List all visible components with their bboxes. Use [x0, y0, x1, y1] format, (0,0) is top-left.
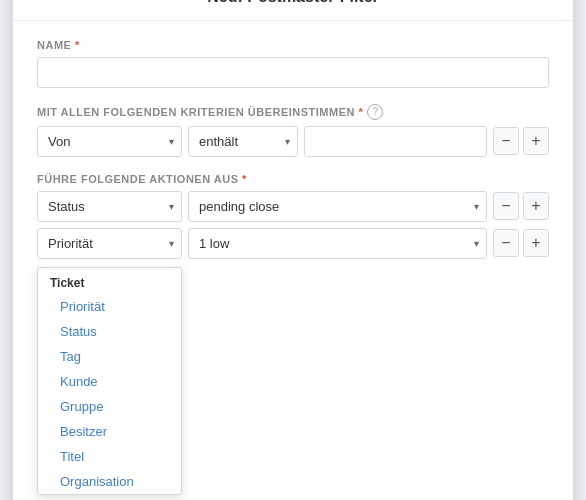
modal-title: Neu: Postmaster-Filter: [207, 0, 379, 5]
1low-select[interactable]: 1 low: [188, 228, 487, 259]
name-label: NAME *: [37, 39, 549, 51]
modal-body: NAME * MIT ALLEN FOLGENDEN KRITERIEN ÜBE…: [13, 21, 573, 495]
action-row-0-add-button[interactable]: +: [523, 192, 549, 220]
criteria-value-input[interactable]: [304, 126, 487, 157]
enthaelt-select-wrapper: enthält ▾: [188, 126, 298, 157]
von-select-wrapper: Von ▾: [37, 126, 182, 157]
enthaelt-select[interactable]: enthält: [188, 126, 298, 157]
actions-label: FÜHRE FOLGENDE AKTIONEN AUS *: [37, 173, 549, 185]
dropdown-row: Ticket Priorität Status Tag Kunde Gruppe…: [37, 265, 549, 495]
criteria-remove-button[interactable]: −: [493, 127, 519, 155]
dropdown-item-titel[interactable]: Titel: [38, 444, 181, 469]
criteria-label: MIT ALLEN FOLGENDEN KRITERIEN ÜBEREINSTI…: [37, 106, 363, 118]
criteria-row: Von ▾ enthält ▾ −: [37, 126, 549, 157]
dropdown-item-organisation[interactable]: Organisation: [38, 469, 181, 494]
action-row-1: Priorität ▾ 1 low ▾ − +: [37, 228, 549, 259]
criteria-btn-pair: − +: [493, 127, 549, 155]
actions-section: FÜHRE FOLGENDE AKTIONEN AUS * Status ▾ p…: [37, 173, 549, 495]
pending-select-wrapper: pending close ▾: [188, 191, 487, 222]
name-section: NAME *: [37, 39, 549, 88]
action-row-1-remove-button[interactable]: −: [493, 229, 519, 257]
dropdown-container: Ticket Priorität Status Tag Kunde Gruppe…: [37, 265, 182, 495]
von-select[interactable]: Von: [37, 126, 182, 157]
prioritaet-dropdown: Ticket Priorität Status Tag Kunde Gruppe…: [37, 267, 182, 495]
dropdown-item-kunde[interactable]: Kunde: [38, 369, 181, 394]
criteria-help-icon[interactable]: ?: [367, 104, 383, 120]
prioritaet-select-wrapper: Priorität ▾: [37, 228, 182, 259]
dropdown-item-gruppe[interactable]: Gruppe: [38, 394, 181, 419]
pending-close-select[interactable]: pending close: [188, 191, 487, 222]
dropdown-item-tag[interactable]: Tag: [38, 344, 181, 369]
prioritaet-select[interactable]: Priorität: [37, 228, 182, 259]
status-select[interactable]: Status: [37, 191, 182, 222]
action-row-0-btn-pair: − +: [493, 192, 549, 220]
dropdown-item-prioritaet[interactable]: Priorität: [38, 294, 181, 319]
status-select-wrapper: Status ▾: [37, 191, 182, 222]
name-input[interactable]: [37, 57, 549, 88]
dropdown-group-label: Ticket: [38, 268, 181, 294]
dropdown-item-status[interactable]: Status: [38, 319, 181, 344]
close-button[interactable]: ×: [538, 0, 559, 4]
modal-header: Neu: Postmaster-Filter ×: [13, 0, 573, 21]
postmaster-filter-modal: Neu: Postmaster-Filter × NAME * MIT ALLE…: [13, 0, 573, 500]
action-row-1-btn-pair: − +: [493, 229, 549, 257]
action-row-0-remove-button[interactable]: −: [493, 192, 519, 220]
1low-select-wrapper: 1 low ▾: [188, 228, 487, 259]
criteria-section: MIT ALLEN FOLGENDEN KRITERIEN ÜBEREINSTI…: [37, 104, 549, 157]
action-row-1-add-button[interactable]: +: [523, 229, 549, 257]
criteria-add-button[interactable]: +: [523, 127, 549, 155]
criteria-label-row: MIT ALLEN FOLGENDEN KRITERIEN ÜBEREINSTI…: [37, 104, 549, 120]
dropdown-item-besitzer[interactable]: Besitzer: [38, 419, 181, 444]
action-row-0: Status ▾ pending close ▾ − +: [37, 191, 549, 222]
